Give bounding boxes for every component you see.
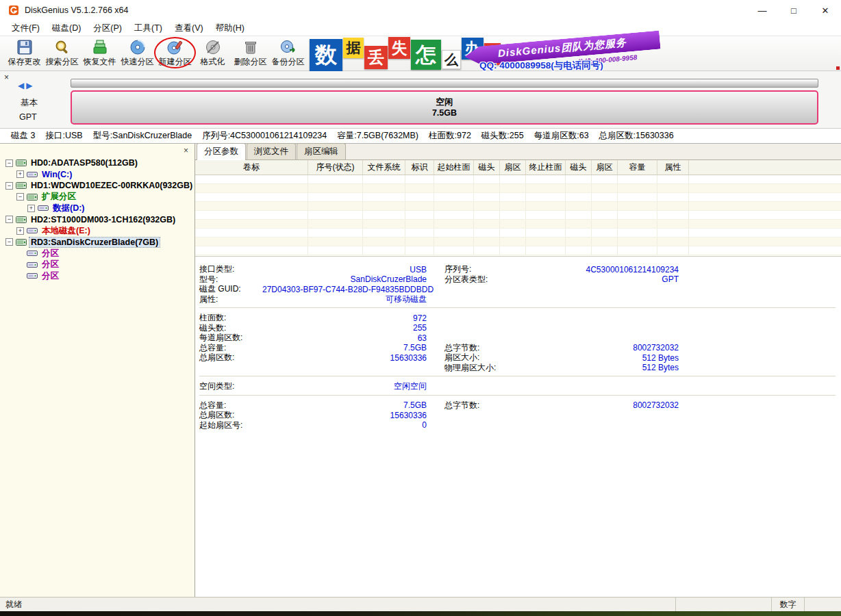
tree-item[interactable]: 分区 — [0, 259, 194, 271]
column-header[interactable]: 起始柱面 — [434, 160, 474, 175]
tab-2[interactable]: 浏览文件 — [247, 143, 296, 159]
column-header[interactable]: 磁头 — [474, 160, 500, 175]
tree-item[interactable]: −HD0:ADATASP580(112GB) — [0, 157, 194, 169]
table-cell-filler — [689, 184, 841, 192]
table-cell — [405, 175, 434, 183]
detail-value: 27D04303-BF97-C744-B28D-F94835BDDBDD — [262, 285, 427, 294]
toolbar-button[interactable]: 新建分区 — [156, 37, 194, 70]
table-cell — [405, 238, 434, 246]
toolbar-button[interactable]: 格式化 — [194, 37, 231, 70]
table-row[interactable] — [195, 238, 841, 246]
table-cell — [618, 175, 657, 183]
column-header[interactable]: 扇区 — [592, 160, 618, 175]
overview-close-icon[interactable]: × — [4, 73, 9, 82]
tree-item[interactable]: +Win(C:) — [0, 169, 194, 181]
tree-item[interactable]: −HD1:WDCWD10EZEC-00RKKA0(932GB) — [0, 180, 194, 192]
tree-item[interactable]: +数据(D:) — [0, 203, 194, 214]
toolbar-button[interactable]: 删除分区 — [231, 37, 269, 70]
column-header[interactable]: 属性 — [657, 160, 689, 175]
table-cell — [592, 175, 618, 183]
table-cell — [618, 184, 657, 192]
tree-item[interactable]: −RD3:SanDiskCruzerBlade(7GB) — [0, 237, 194, 248]
tree-close-icon[interactable]: × — [184, 146, 188, 155]
disk-info-field: 磁盘 3 — [11, 130, 35, 142]
detail-value: 972 — [262, 313, 427, 323]
table-cell — [195, 246, 308, 255]
table-cell — [308, 175, 363, 183]
hdd-icon — [16, 216, 27, 224]
tab-1[interactable]: 分区参数 — [197, 143, 246, 160]
table-cell-filler — [689, 238, 841, 246]
table-cell — [618, 229, 657, 237]
table-row[interactable] — [195, 246, 841, 255]
toolbar-button[interactable]: 搜索分区 — [43, 37, 81, 70]
diskgenius-window: DiskGenius V5.1.2.766 x64 — □ ✕ 文件(F)磁盘(… — [0, 0, 841, 616]
column-header[interactable]: 终止柱面 — [526, 160, 566, 175]
tree-item[interactable]: 分区 — [0, 270, 194, 282]
app-logo-icon — [8, 5, 19, 16]
tree-item[interactable]: −扩展分区 — [0, 192, 194, 203]
recover-files-icon — [92, 39, 108, 55]
column-header[interactable]: 标识 — [405, 160, 434, 175]
tree-item[interactable]: +本地磁盘(E:) — [0, 225, 194, 237]
disk-info-field: 磁头数:255 — [481, 130, 524, 142]
tree-item-label: HD2:ST1000DM003-1CH162(932GB) — [29, 215, 177, 224]
disk-info-field: 容量:7.5GB(7632MB) — [337, 130, 418, 142]
column-header[interactable]: 文件系统 — [363, 160, 405, 175]
close-icon[interactable]: ✕ — [809, 0, 841, 21]
menu-item[interactable]: 工具(T) — [128, 21, 168, 36]
column-header[interactable]: 卷标 — [195, 160, 308, 175]
table-row[interactable] — [195, 202, 841, 211]
disk-map-strip[interactable] — [71, 79, 818, 88]
column-header[interactable]: 扇区 — [500, 160, 526, 175]
collapse-icon[interactable]: − — [5, 216, 13, 223]
minimize-icon[interactable]: — — [746, 0, 778, 21]
tree-item-label: 分区 — [40, 248, 60, 259]
table-row[interactable] — [195, 193, 841, 202]
table-row[interactable] — [195, 175, 841, 184]
status-cell-empty — [675, 598, 771, 611]
table-cell — [195, 193, 308, 201]
column-header[interactable]: 容量 — [618, 160, 657, 175]
table-cell — [657, 220, 689, 228]
table-cell — [618, 202, 657, 210]
table-cell — [195, 220, 308, 228]
column-header[interactable]: 序号(状态) — [308, 160, 363, 175]
tab-3[interactable]: 扇区编辑 — [297, 143, 346, 159]
collapse-icon[interactable]: − — [5, 159, 13, 167]
tree-item-label: 分区 — [40, 259, 60, 270]
toolbar-button[interactable]: 恢复文件 — [81, 37, 118, 70]
menu-item[interactable]: 文件(F) — [5, 21, 46, 36]
ad-tile: 数 — [310, 39, 342, 72]
backup-partition-icon — [280, 39, 297, 55]
maximize-icon[interactable]: □ — [778, 0, 809, 21]
table-row[interactable] — [195, 211, 841, 220]
expand-icon[interactable]: + — [27, 205, 35, 212]
table-cell — [363, 220, 405, 228]
collapse-icon[interactable]: − — [5, 238, 13, 246]
collapse-icon[interactable]: − — [5, 182, 13, 190]
save-icon — [16, 39, 34, 55]
toolbar-button[interactable]: 备份分区 — [269, 37, 307, 70]
tree-item[interactable]: 分区 — [0, 248, 194, 259]
expand-icon[interactable]: + — [16, 170, 24, 178]
table-row[interactable] — [195, 184, 841, 193]
toolbar-button[interactable]: 快速分区 — [118, 37, 156, 70]
toolbar-button[interactable]: 保存更改 — [5, 37, 43, 70]
menu-item[interactable]: 分区(P) — [87, 21, 128, 36]
nav-right-icon[interactable]: ▶ — [26, 81, 34, 90]
expand-icon[interactable]: + — [16, 227, 24, 235]
collapse-icon[interactable]: − — [16, 193, 24, 201]
column-header[interactable]: 磁头 — [566, 160, 592, 175]
menu-item[interactable]: 磁盘(D) — [46, 21, 87, 36]
free-space-block[interactable]: 空闲 7.5GB — [71, 90, 818, 125]
table-body — [195, 175, 841, 256]
menu-item[interactable]: 查看(V) — [168, 21, 210, 36]
nav-left-icon[interactable]: ◀ — [18, 81, 26, 90]
tree-item[interactable]: −HD2:ST1000DM003-1CH162(932GB) — [0, 214, 194, 226]
table-row[interactable] — [195, 229, 841, 238]
table-row[interactable] — [195, 220, 841, 229]
menu-item[interactable]: 帮助(H) — [210, 21, 251, 36]
table-cell — [500, 220, 526, 228]
detail-value: 255 — [262, 323, 427, 333]
